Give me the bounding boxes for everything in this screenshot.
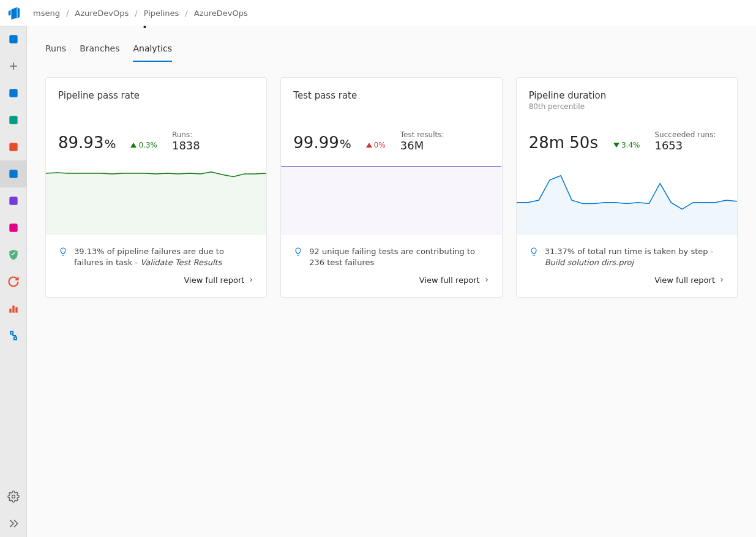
card-subtitle	[58, 102, 254, 112]
chevron-right-icon	[719, 276, 725, 285]
svg-rect-4	[9, 170, 17, 178]
secondary-value: 1838	[172, 139, 200, 152]
secondary-label: Test results:	[400, 130, 444, 139]
card-subtitle	[293, 102, 489, 112]
lightbulb-icon	[293, 247, 303, 257]
card-title: Pipeline duration	[529, 90, 725, 101]
breadcrumb-item[interactable]: AzureDevOps	[194, 9, 248, 18]
secondary-label: Runs:	[172, 130, 200, 139]
secondary-value: 1653	[654, 139, 716, 152]
insight-row: 31.37% of total run time is taken by ste…	[529, 246, 725, 268]
boards-icon[interactable]	[0, 80, 27, 107]
breadcrumb-item[interactable]: mseng	[33, 9, 60, 18]
pipelines-icon[interactable]	[0, 133, 27, 160]
metric-value: 99.99%	[293, 133, 351, 152]
trend-chart	[517, 162, 737, 235]
repos-icon[interactable]	[0, 107, 27, 133]
refresh-icon[interactable]	[0, 268, 27, 295]
secondary-value: 36M	[400, 139, 444, 152]
tab-runs[interactable]: Runs	[45, 42, 66, 62]
card-test-pass-rate: Test pass rate99.99%0%Test results:36M92…	[280, 77, 502, 298]
breadcrumb: mseng / AzureDevOps / Pipelines / AzureD…	[33, 9, 248, 18]
pink-icon[interactable]	[0, 214, 27, 241]
insight-row: 92 unique failing tests are contributing…	[293, 246, 489, 268]
svg-rect-3	[9, 143, 17, 151]
trend-indicator: 0.3%	[130, 141, 157, 149]
view-full-report-link[interactable]: View full report	[58, 276, 254, 285]
svg-rect-5	[9, 197, 17, 205]
svg-point-10	[12, 495, 15, 498]
tab-analytics[interactable]: Analytics	[133, 42, 172, 62]
project-icon[interactable]	[0, 26, 27, 53]
svg-rect-9	[15, 307, 17, 313]
tabs: RunsBranchesAnalytics	[45, 42, 738, 62]
svg-rect-7	[9, 309, 11, 313]
triangle-down-icon	[613, 143, 619, 148]
plus-icon[interactable]	[0, 53, 27, 80]
card-title: Pipeline pass rate	[58, 90, 254, 101]
view-full-report-link[interactable]: View full report	[293, 276, 489, 285]
tab-branches[interactable]: Branches	[80, 42, 119, 62]
breadcrumb-item[interactable]: Pipelines	[144, 9, 179, 18]
top-bar: mseng / AzureDevOps / Pipelines / AzureD…	[0, 0, 756, 26]
view-full-report-link[interactable]: View full report	[529, 276, 725, 285]
insight-text: 31.37% of total run time is taken by ste…	[545, 246, 725, 268]
cards-row: Pipeline pass rate89.93%0.3%Runs:183839.…	[45, 77, 738, 298]
lightbulb-icon	[58, 247, 68, 257]
chevron-right-icon	[484, 276, 490, 285]
insight-text: 39.13% of pipeline failures are due to f…	[74, 246, 254, 268]
trend-chart	[46, 162, 266, 235]
settings-icon[interactable]	[0, 483, 27, 510]
card-pipeline-duration: Pipeline duration80th percentile28m 50s3…	[516, 77, 738, 298]
testplans-icon[interactable]	[0, 187, 27, 214]
breadcrumb-item[interactable]: AzureDevOps	[75, 9, 129, 18]
chevron-right-icon	[248, 276, 254, 285]
trend-chart	[281, 162, 501, 235]
flow-icon[interactable]	[0, 322, 27, 349]
insight-row: 39.13% of pipeline failures are due to f…	[58, 246, 254, 268]
svg-rect-6	[9, 223, 17, 231]
expand-icon[interactable]	[0, 510, 27, 537]
trend-indicator: 0%	[366, 141, 386, 149]
shield-icon[interactable]	[0, 241, 27, 268]
card-pipeline-pass-rate: Pipeline pass rate89.93%0.3%Runs:183839.…	[45, 77, 267, 298]
insight-text: 92 unique failing tests are contributing…	[309, 246, 489, 268]
card-title: Test pass rate	[293, 90, 489, 101]
triangle-up-icon	[130, 143, 137, 148]
artifacts-icon[interactable]	[0, 160, 27, 187]
svg-rect-0	[9, 35, 17, 43]
sidebar	[0, 0, 27, 537]
card-subtitle: 80th percentile	[529, 102, 725, 112]
chart-icon[interactable]	[0, 295, 27, 322]
metric-value: 28m 50s	[529, 133, 599, 152]
secondary-label: Succeeded runs:	[654, 130, 716, 139]
metric-value: 89.93%	[58, 133, 116, 152]
triangle-up-icon	[366, 143, 372, 148]
lightbulb-icon	[529, 247, 539, 257]
main-content: AzureDevOps RunsBranchesAnalytics Pipeli…	[27, 0, 756, 537]
trend-indicator: 3.4%	[613, 141, 640, 149]
svg-rect-1	[9, 89, 17, 97]
azure-devops-logo[interactable]	[7, 6, 21, 20]
svg-rect-2	[9, 116, 17, 124]
svg-rect-8	[12, 306, 14, 313]
